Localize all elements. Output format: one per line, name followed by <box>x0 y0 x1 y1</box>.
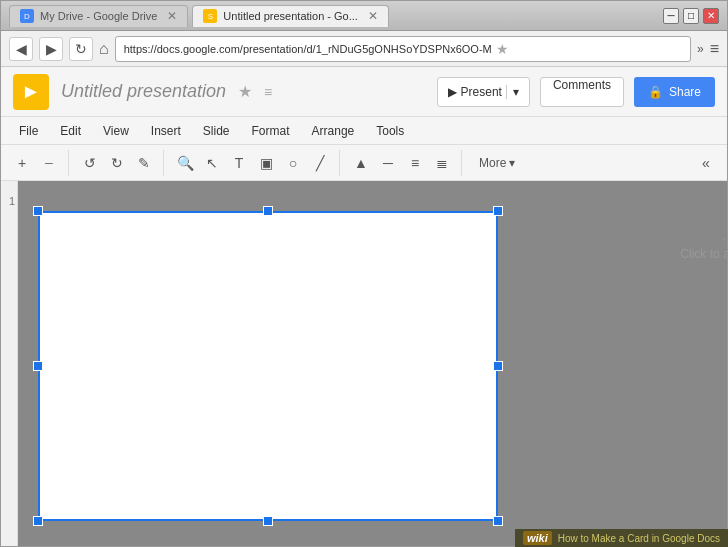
doc-star-icon[interactable]: ★ <box>238 82 252 101</box>
selection-border <box>38 211 498 521</box>
document-title[interactable]: Untitled presentation <box>61 81 226 102</box>
slide-panel: 1 <box>1 181 18 546</box>
handle-top-right[interactable] <box>493 206 503 216</box>
menu-bar: File Edit View Insert Slide Format Arran… <box>1 117 727 145</box>
notes-placeholder[interactable]: Click to add notes <box>680 247 727 261</box>
address-text: https://docs.google.com/presentation/d/1… <box>124 43 492 55</box>
slides-tab-icon: S <box>203 9 217 23</box>
browser-bar: ◀ ▶ ↻ ⌂ https://docs.google.com/presenta… <box>1 31 727 67</box>
collapse-toolbar-button[interactable]: « <box>693 150 719 176</box>
share-button[interactable]: 🔒 Share <box>634 77 715 107</box>
canvas-area: ... Click to add notes <box>18 181 727 546</box>
handle-mid-left[interactable] <box>33 361 43 371</box>
browser-menu-button[interactable]: ≡ <box>710 40 719 58</box>
history-group: ↺ ↻ ✎ <box>77 150 164 176</box>
present-dropdown-icon[interactable]: ▾ <box>506 85 519 99</box>
forward-button[interactable]: ▶ <box>39 37 63 61</box>
maximize-button[interactable]: □ <box>683 8 699 24</box>
slide-canvas[interactable] <box>38 211 498 521</box>
text-tool-button[interactable]: T <box>226 150 252 176</box>
window-controls: ─ □ ✕ <box>663 8 719 24</box>
zoom-tool-button[interactable]: 🔍 <box>172 150 198 176</box>
handle-bottom-left[interactable] <box>33 516 43 526</box>
line-tool-button[interactable]: ╱ <box>307 150 333 176</box>
app-header: ► Untitled presentation ★ ≡ ▶ Present ▾ … <box>1 67 727 117</box>
zoom-group: + ─ <box>9 150 69 176</box>
comments-button[interactable]: Comments <box>540 77 624 107</box>
menu-edit[interactable]: Edit <box>50 120 91 142</box>
menu-insert[interactable]: Insert <box>141 120 191 142</box>
watermark: wiki How to Make a Card in Google Docs <box>515 529 728 547</box>
extension-button[interactable]: » <box>697 42 704 56</box>
minimize-button[interactable]: ─ <box>663 8 679 24</box>
handle-top-left[interactable] <box>33 206 43 216</box>
redo-button[interactable]: ↻ <box>104 150 130 176</box>
notes-area: ... Click to add notes <box>498 219 727 269</box>
shape-tool-button[interactable]: ○ <box>280 150 306 176</box>
menu-view[interactable]: View <box>93 120 139 142</box>
present-label: Present <box>461 85 502 99</box>
doc-menu-icon[interactable]: ≡ <box>264 84 272 100</box>
header-right: ▶ Present ▾ Comments 🔒 Share <box>437 77 715 107</box>
refresh-button[interactable]: ↻ <box>69 37 93 61</box>
menu-tools[interactable]: Tools <box>366 120 414 142</box>
image-tool-button[interactable]: ▣ <box>253 150 279 176</box>
tab-drive[interactable]: D My Drive - Google Drive ✕ <box>9 5 188 27</box>
lock-icon: 🔒 <box>648 85 663 99</box>
tab-slides[interactable]: S Untitled presentation - Go... ✕ <box>192 5 389 27</box>
address-bar[interactable]: https://docs.google.com/presentation/d/1… <box>115 36 691 62</box>
more-dropdown-icon: ▾ <box>509 156 515 170</box>
list-button[interactable]: ≣ <box>429 150 455 176</box>
toolbar: + ─ ↺ ↻ ✎ 🔍 ↖ T ▣ ○ ╱ ▲ ─ ≡ ≣ More ▾ « <box>1 145 727 181</box>
bookmark-icon[interactable]: ★ <box>496 41 509 57</box>
cursor-tool-button[interactable]: ↖ <box>199 150 225 176</box>
border-button[interactable]: ─ <box>375 150 401 176</box>
handle-bottom-center[interactable] <box>263 516 273 526</box>
share-label: Share <box>669 85 701 99</box>
wiki-logo: wiki <box>523 531 552 545</box>
format-group: ▲ ─ ≡ ≣ <box>348 150 462 176</box>
align-button[interactable]: ≡ <box>402 150 428 176</box>
main-area: 1 <box>1 181 727 546</box>
more-button[interactable]: More ▾ <box>470 150 524 176</box>
paint-button[interactable]: ✎ <box>131 150 157 176</box>
tools-group: 🔍 ↖ T ▣ ○ ╱ <box>172 150 340 176</box>
menu-file[interactable]: File <box>9 120 48 142</box>
present-button[interactable]: ▶ Present ▾ <box>437 77 530 107</box>
zoom-minus-button[interactable]: ─ <box>36 150 62 176</box>
handle-top-center[interactable] <box>263 206 273 216</box>
menu-format[interactable]: Format <box>242 120 300 142</box>
back-button[interactable]: ◀ <box>9 37 33 61</box>
menu-arrange[interactable]: Arrange <box>302 120 365 142</box>
notes-ellipsis: ... <box>506 227 727 243</box>
menu-slide[interactable]: Slide <box>193 120 240 142</box>
handle-bottom-right[interactable] <box>493 516 503 526</box>
close-button[interactable]: ✕ <box>703 8 719 24</box>
tab-slides-close[interactable]: ✕ <box>368 9 378 23</box>
tab-drive-close[interactable]: ✕ <box>167 9 177 23</box>
how-to-label: How to Make a Card in Google Docs <box>558 533 720 544</box>
fill-button[interactable]: ▲ <box>348 150 374 176</box>
title-bar: D My Drive - Google Drive ✕ S Untitled p… <box>1 1 727 31</box>
more-label: More <box>479 156 506 170</box>
slides-logo: ► <box>13 74 49 110</box>
drive-tab-icon: D <box>20 9 34 23</box>
undo-button[interactable]: ↺ <box>77 150 103 176</box>
zoom-in-button[interactable]: + <box>9 150 35 176</box>
home-button[interactable]: ⌂ <box>99 40 109 58</box>
browser-window: D My Drive - Google Drive ✕ S Untitled p… <box>0 0 728 547</box>
tab-slides-label: Untitled presentation - Go... <box>223 10 358 22</box>
slide-wrapper: ... Click to add notes <box>38 201 727 526</box>
tab-drive-label: My Drive - Google Drive <box>40 10 157 22</box>
slide-number: 1 <box>9 195 18 207</box>
handle-mid-right[interactable] <box>493 361 503 371</box>
present-icon: ▶ <box>448 85 457 99</box>
